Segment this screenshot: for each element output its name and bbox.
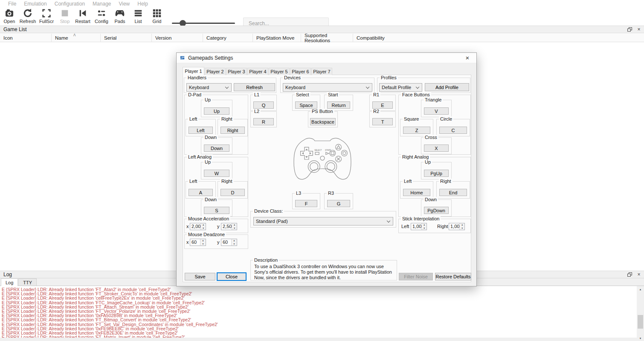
scroll-down-icon[interactable]: ▼	[637, 335, 644, 341]
ps-button[interactable]: Backspace	[310, 118, 336, 125]
menu-configuration[interactable]: Configuration	[51, 1, 89, 7]
cross-button[interactable]: X	[424, 144, 449, 152]
right-analog-right-button[interactable]: End	[439, 189, 467, 196]
start-button[interactable]: Return	[327, 101, 350, 109]
l2-button[interactable]: R	[253, 118, 274, 125]
column-header-name[interactable]: Name	[52, 34, 101, 42]
add-profile-button[interactable]: Add Profile	[425, 83, 469, 91]
list-icon	[133, 8, 143, 19]
column-header-compatibility[interactable]: Compatibility	[353, 34, 644, 42]
tab-player-4[interactable]: Player 4	[247, 68, 268, 75]
tab-tty[interactable]: TTY	[18, 278, 37, 286]
menu-file[interactable]: File	[4, 1, 20, 7]
dpad-left-button[interactable]: Left	[189, 127, 213, 134]
pads-button[interactable]: Pads	[110, 8, 129, 26]
device-class-select[interactable]: Standard (Pad)	[253, 217, 393, 225]
dpad-right-button[interactable]: Right	[220, 127, 245, 134]
float-panel-icon[interactable]	[627, 27, 632, 32]
r1-button[interactable]: E	[372, 101, 393, 109]
left-analog-up-button[interactable]: W	[204, 170, 229, 177]
column-header-version[interactable]: Version	[152, 34, 203, 42]
device-select[interactable]: Keyboard	[283, 83, 372, 92]
r2-button[interactable]: T	[372, 118, 393, 125]
refresh-button[interactable]: Refresh	[18, 8, 37, 26]
grid-view-button[interactable]: Grid	[148, 8, 166, 26]
menu-view[interactable]: View	[115, 1, 133, 7]
left-analog-down-button[interactable]: S	[204, 207, 229, 214]
svg-text:SELECT: SELECT	[314, 149, 322, 151]
close-panel-icon[interactable]: ×	[636, 27, 641, 32]
refresh-handlers-button[interactable]: Refresh	[234, 83, 275, 91]
mouse-deadzone-group: Mouse Deadzone x 60 ▲▼ y 60 ▲▼	[184, 234, 248, 249]
spin-arrows-icon[interactable]: ▲▼	[232, 223, 237, 230]
tab-player-1[interactable]: Player 1	[183, 67, 204, 75]
restore-defaults-button[interactable]: Restore Defaults	[435, 273, 471, 280]
square-button[interactable]: Z	[403, 127, 430, 134]
column-header-psmove[interactable]: PlayStation Move	[253, 34, 301, 42]
l1-button[interactable]: Q	[253, 101, 274, 109]
restart-button[interactable]: Restart	[73, 8, 92, 26]
profile-select[interactable]: Default Profile	[379, 83, 422, 92]
left-analog-left-button[interactable]: A	[189, 189, 213, 196]
scrollbar-thumb[interactable]	[638, 315, 643, 329]
spin-arrows-icon[interactable]: ▲▼	[231, 239, 237, 246]
save-button[interactable]: Save	[185, 273, 215, 280]
circle-button[interactable]: C	[439, 127, 467, 134]
dpad-up-button[interactable]: Up	[204, 107, 229, 115]
column-header-resolutions[interactable]: Supported Resolutions	[301, 34, 353, 42]
log-output[interactable]: E {SPRX Loader} LDR: Already linked func…	[0, 286, 644, 341]
right-analog-up-button[interactable]: PgUp	[424, 170, 449, 177]
rpcs3-logo-icon	[180, 55, 186, 61]
sort-indicator-icon: ᐱ	[73, 33, 75, 37]
left-analog-group: Left Analog Up W Left A Right D Down S	[184, 157, 248, 217]
mouse-deadzone-x-spinbox[interactable]: 60 ▲▼	[190, 239, 206, 246]
menu-help[interactable]: Help	[133, 1, 152, 7]
column-header-icon[interactable]: Icon	[0, 34, 52, 42]
face-buttons-group: Face Buttons Triangle V Square Z Circle …	[398, 95, 471, 155]
handler-select[interactable]: Keyboard	[186, 83, 232, 92]
spin-arrows-icon[interactable]: ▲▼	[200, 239, 206, 246]
chevron-down-icon	[416, 85, 419, 88]
menu-emulation[interactable]: Emulation	[20, 1, 50, 7]
close-button[interactable]: Close	[217, 272, 247, 281]
tab-player-3[interactable]: Player 3	[226, 68, 247, 75]
mouse-deadzone-y-spinbox[interactable]: 60 ▲▼	[221, 239, 237, 246]
stick-interp-right-spinbox[interactable]: 1,00 ▲▼	[449, 223, 465, 230]
close-panel-icon[interactable]: ×	[636, 272, 641, 277]
spin-arrows-icon[interactable]: ▲▼	[200, 223, 206, 230]
log-vertical-scrollbar[interactable]: ▲ ▼	[637, 286, 644, 341]
tab-player-2[interactable]: Player 2	[205, 68, 226, 75]
spin-arrows-icon[interactable]: ▲▼	[459, 223, 464, 230]
r3-button[interactable]: G	[327, 200, 350, 207]
right-analog-down-button[interactable]: PgDown	[424, 207, 449, 214]
column-header-serial[interactable]: Serial	[101, 34, 152, 42]
scroll-up-icon[interactable]: ▲	[637, 286, 644, 292]
l3-group: L3 F	[292, 193, 320, 209]
left-analog-right-button[interactable]: D	[220, 189, 245, 196]
menu-manage[interactable]: Manage	[89, 1, 115, 7]
tab-player-6[interactable]: Player 6	[290, 68, 311, 75]
spin-arrows-icon[interactable]: ▲▼	[421, 223, 426, 230]
mouse-accel-y-spinbox[interactable]: 2,50 ▲▼	[221, 223, 237, 230]
column-header-category[interactable]: Category	[203, 34, 253, 42]
stick-interp-left-spinbox[interactable]: 1,00 ▲▼	[411, 223, 427, 230]
list-view-button[interactable]: List	[129, 8, 148, 26]
l3-button[interactable]: F	[295, 200, 317, 207]
dialog-title-bar[interactable]: Gamepads Settings ×	[177, 53, 476, 63]
tab-player-7[interactable]: Player 7	[311, 68, 332, 75]
tab-player-5[interactable]: Player 5	[269, 68, 290, 75]
dialog-close-button[interactable]: ×	[458, 53, 476, 63]
fullscreen-button[interactable]: FullScr	[37, 8, 56, 26]
open-button[interactable]: Open	[0, 8, 19, 26]
log-horizontal-scrollbar[interactable]	[0, 338, 637, 341]
square-group: Square Z	[400, 119, 433, 136]
dpad-down-button[interactable]: Down	[204, 144, 229, 152]
mouse-accel-x-spinbox[interactable]: 2,00 ▲▼	[190, 223, 206, 230]
triangle-button[interactable]: V	[424, 107, 449, 115]
config-button[interactable]: Config	[92, 8, 111, 26]
tab-log[interactable]: Log	[1, 278, 18, 286]
float-panel-icon[interactable]	[627, 272, 632, 277]
game-list-panel-header[interactable]: Game List ×	[0, 26, 644, 33]
right-analog-left-button[interactable]: Home	[403, 189, 430, 196]
select-button[interactable]: Space	[295, 101, 317, 109]
